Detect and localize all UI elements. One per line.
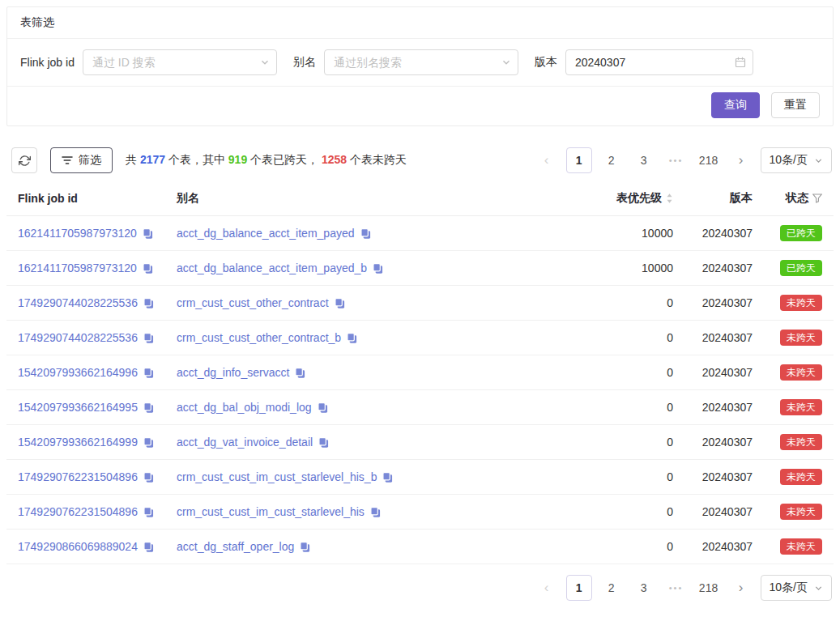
page-item-1[interactable]: 1	[566, 147, 592, 173]
copy-id-button[interactable]	[143, 402, 154, 413]
status-badge: 已跨天	[780, 225, 822, 241]
refresh-button[interactable]	[11, 147, 37, 173]
copy-id-button[interactable]	[143, 472, 154, 483]
page-size-value: 10条/页	[770, 153, 808, 168]
flink-job-id-link[interactable]: 1621411705987973120	[18, 227, 137, 240]
copy-alias-button[interactable]	[318, 402, 328, 413]
flink-job-id-link[interactable]: 1749290762231504896	[18, 505, 138, 518]
page-item-1[interactable]: 1	[566, 575, 592, 601]
page-size-select[interactable]: 10条/页	[761, 575, 832, 601]
copy-alias-button[interactable]	[347, 333, 357, 343]
copy-alias-button[interactable]	[370, 507, 381, 517]
copy-icon	[382, 472, 393, 483]
filter-toggle-button[interactable]: 筛选	[50, 147, 113, 173]
page-item-2[interactable]: 2	[599, 575, 625, 601]
flink-job-id-link[interactable]: 1542097993662164999	[18, 436, 138, 449]
page-item-2[interactable]: 2	[599, 147, 625, 173]
reset-button[interactable]: 重置	[771, 92, 820, 118]
copy-alias-button[interactable]	[360, 228, 371, 239]
flink-job-id-link[interactable]: 1749290762231504896	[18, 470, 138, 483]
priority-cell: 0	[591, 425, 680, 460]
table-row[interactable]: 1749290762231504896 crm_cust_cust_im_cus…	[6, 495, 834, 530]
column-header-status[interactable]: 状态	[761, 181, 834, 216]
column-header-priority[interactable]: 表优先级	[591, 181, 680, 216]
alias-link[interactable]: acct_dg_vat_invoice_detail	[177, 436, 313, 449]
table-row[interactable]: 1749290762231504896 crm_cust_cust_im_cus…	[6, 460, 834, 495]
alias-link[interactable]: acct_dg_balance_acct_item_payed_b	[177, 262, 367, 274]
table-row[interactable]: 1749290866069889024 acct_dg_staff_oper_l…	[6, 530, 834, 564]
copy-alias-button[interactable]	[300, 542, 310, 552]
table-summary: 共 2177 个表，其中 919 个表已跨天， 1258 个表未跨天	[126, 153, 407, 168]
alias-link[interactable]: acct_dg_staff_oper_log	[177, 540, 294, 553]
copy-icon	[143, 228, 153, 239]
table-row[interactable]: 1749290744028225536 crm_cust_cust_other_…	[6, 286, 834, 321]
copy-icon	[143, 368, 154, 378]
flink-job-id-link[interactable]: 1749290744028225536	[18, 296, 138, 309]
page-size-value: 10条/页	[770, 581, 808, 595]
alias-select[interactable]	[324, 49, 518, 75]
next-page-button[interactable]: ›	[728, 575, 754, 601]
table-row[interactable]: 1542097993662164999 acct_dg_vat_invoice_…	[6, 425, 834, 460]
flink-job-id-link[interactable]: 1621411705987973120	[18, 262, 137, 274]
alias-link[interactable]: acct_dg_balance_acct_item_payed	[177, 227, 355, 240]
copy-icon	[143, 263, 153, 274]
copy-alias-button[interactable]	[382, 472, 393, 483]
prev-page-button[interactable]: ‹	[534, 147, 560, 173]
flink-job-id-link[interactable]: 1749290744028225536	[18, 331, 138, 344]
next-page-button[interactable]: ›	[728, 147, 754, 173]
status-badge: 未跨天	[780, 330, 822, 346]
column-header-id: Flink job id	[6, 181, 165, 216]
copy-id-button[interactable]	[143, 437, 154, 448]
page-ellipsis[interactable]: •••	[663, 575, 689, 601]
priority-cell: 10000	[591, 251, 680, 286]
alias-link[interactable]: crm_cust_cust_other_contract_b	[177, 331, 341, 344]
version-label: 版本	[535, 55, 557, 70]
flink-job-id-select[interactable]	[83, 49, 277, 75]
table-row[interactable]: 1542097993662164996 acct_dg_info_servacc…	[6, 355, 834, 390]
page-ellipsis[interactable]: •••	[663, 147, 689, 173]
copy-id-button[interactable]	[143, 263, 153, 274]
copy-alias-button[interactable]	[295, 368, 305, 378]
copy-alias-button[interactable]	[373, 263, 383, 274]
alias-link[interactable]: crm_cust_cust_im_cust_starlevel_his	[177, 505, 365, 518]
page-size-select[interactable]: 10条/页	[761, 147, 832, 173]
copy-id-button[interactable]	[143, 298, 154, 308]
table-row[interactable]: 1542097993662164995 acct_dg_bal_obj_modi…	[6, 390, 834, 425]
flink-job-id-link[interactable]: 1542097993662164995	[18, 401, 138, 414]
search-button[interactable]: 查询	[711, 92, 760, 118]
table-row[interactable]: 1621411705987973120 acct_dg_balance_acct…	[6, 251, 834, 286]
sort-icon[interactable]	[666, 193, 673, 204]
version-date-input[interactable]	[565, 49, 753, 75]
copy-id-button[interactable]	[143, 542, 154, 552]
version-cell: 20240307	[680, 355, 761, 390]
priority-cell: 10000	[591, 216, 680, 251]
filter-funnel-icon[interactable]	[812, 194, 822, 203]
alias-link[interactable]: acct_dg_info_servacct	[177, 366, 289, 379]
copy-icon	[143, 472, 154, 483]
copy-alias-button[interactable]	[318, 437, 329, 448]
prev-page-button[interactable]: ‹	[534, 575, 560, 601]
flink-job-id-link[interactable]: 1749290866069889024	[18, 540, 138, 553]
page-item-3[interactable]: 3	[631, 147, 657, 173]
copy-icon	[370, 507, 381, 517]
copy-id-button[interactable]	[143, 507, 154, 517]
table-row[interactable]: 1621411705987973120 acct_dg_balance_acct…	[6, 216, 834, 251]
alias-link[interactable]: crm_cust_cust_im_cust_starlevel_his_b	[177, 470, 377, 483]
table-row[interactable]: 1749290744028225536 crm_cust_cust_other_…	[6, 321, 834, 355]
alias-link[interactable]: crm_cust_cust_other_contract	[177, 296, 329, 309]
copy-icon	[360, 228, 371, 239]
priority-cell: 0	[591, 495, 680, 530]
alias-link[interactable]: acct_dg_bal_obj_modi_log	[177, 401, 312, 414]
page-item-3[interactable]: 3	[631, 575, 657, 601]
copy-icon	[300, 542, 310, 552]
copy-icon	[347, 333, 357, 343]
copy-id-button[interactable]	[143, 368, 154, 378]
alias-label: 别名	[293, 55, 316, 70]
page-item-last[interactable]: 218	[696, 147, 722, 173]
flink-job-id-field: Flink job id	[20, 49, 277, 75]
copy-alias-button[interactable]	[335, 298, 345, 308]
copy-id-button[interactable]	[143, 228, 153, 239]
flink-job-id-link[interactable]: 1542097993662164996	[18, 366, 138, 379]
copy-id-button[interactable]	[143, 333, 154, 343]
page-item-last[interactable]: 218	[696, 575, 722, 601]
